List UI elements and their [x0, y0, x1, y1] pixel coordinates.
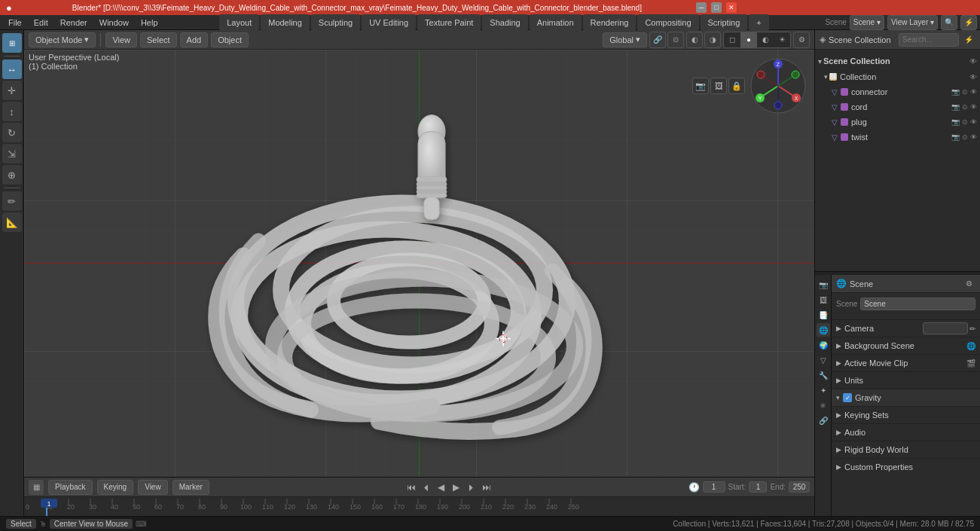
center-view-status[interactable]: Center View to Mouse	[50, 519, 133, 529]
outliner-search-input[interactable]	[899, 33, 959, 47]
scene-collection-eye[interactable]: 👁	[969, 57, 977, 66]
select-menu[interactable]: Select	[140, 32, 177, 47]
outliner-item-plug[interactable]: ▽ plug 📷 ⊙ 👁	[815, 114, 980, 130]
play-btn[interactable]: ▶	[450, 481, 463, 494]
bg-scene-value[interactable]: 🌐	[966, 341, 975, 350]
prop-tab-particles[interactable]: ✦	[817, 383, 830, 397]
object-mode-selector[interactable]: Object Mode ▾	[29, 32, 96, 47]
outliner-item-cord[interactable]: ▽ cord 📷 ⊙ 👁	[815, 99, 980, 114]
plug-eye-icon[interactable]: 👁	[970, 118, 977, 126]
xray-btn[interactable]: ◑	[704, 32, 721, 48]
outliner-item-connector[interactable]: ▽ connector 📷 ⊙ 👁	[815, 84, 980, 99]
rigid-body-header[interactable]: ▶ Rigid Body World	[832, 441, 980, 458]
menu-help[interactable]: Help	[136, 17, 163, 29]
gravity-header[interactable]: ▾ ✓ Gravity	[832, 389, 980, 406]
render-border-btn[interactable]: 🖼	[710, 78, 727, 94]
annotate-tool-btn[interactable]: ✏	[2, 191, 22, 211]
outliner-filter-btn[interactable]: ⚡	[962, 33, 975, 47]
material-mode-btn[interactable]: ◐	[757, 32, 774, 47]
step-forward-btn[interactable]: ⏵	[465, 481, 478, 494]
jump-start-btn[interactable]: ⏮	[405, 481, 418, 494]
movie-clip-header[interactable]: ▶ Active Movie Clip 🎬	[832, 355, 980, 371]
filter-btn[interactable]: ⚡	[960, 15, 977, 30]
navigation-gizmo[interactable]: Z X Y	[748, 56, 808, 116]
playback-menu[interactable]: Playback	[48, 480, 93, 495]
prop-tab-output[interactable]: 🖼	[817, 293, 830, 307]
camera-section-header[interactable]: ▶ Camera ✏	[832, 320, 980, 337]
cord-camera-icon[interactable]: 📷	[951, 103, 960, 111]
solid-mode-btn[interactable]: ●	[740, 32, 757, 47]
add-menu[interactable]: Add	[180, 32, 209, 47]
gravity-checkbox[interactable]: ✓	[843, 393, 852, 402]
scale-tool-btn[interactable]: ⇲	[2, 144, 22, 163]
close-button[interactable]: ✕	[726, 2, 737, 13]
viewport-settings-btn[interactable]: ⚙	[793, 32, 810, 48]
tab-uv-editing[interactable]: UV Editing	[362, 14, 416, 31]
tab-scripting[interactable]: Scripting	[701, 14, 748, 31]
outliner-item-collection[interactable]: ▾ ⬜ Collection 👁	[815, 69, 980, 84]
proportional-btn[interactable]: ⊙	[667, 32, 684, 48]
tab-rendering[interactable]: Rendering	[583, 14, 637, 31]
timeline-track[interactable]: 0 10 20 30 40 50	[24, 497, 814, 516]
jump-end-btn[interactable]: ⏭	[480, 481, 493, 494]
custom-props-header[interactable]: ▶ Custom Properties	[832, 459, 980, 475]
camera-view-btn[interactable]: 📷	[692, 78, 709, 94]
menu-file[interactable]: File	[3, 17, 27, 29]
view-menu-timeline[interactable]: View	[138, 480, 168, 495]
twist-camera-icon[interactable]: 📷	[951, 133, 960, 141]
prop-tab-physics[interactable]: ⚛	[817, 398, 830, 412]
scene-name-input[interactable]: Scene	[860, 298, 975, 310]
camera-select-icon[interactable]: ✏	[969, 325, 975, 333]
properties-settings-btn[interactable]: ⚙	[962, 277, 975, 291]
play-back-btn[interactable]: ◀	[435, 481, 448, 494]
rendered-mode-btn[interactable]: ☀	[774, 32, 790, 47]
connector-eye-icon[interactable]: 👁	[970, 88, 977, 96]
tab-animation[interactable]: Animation	[530, 14, 582, 31]
twist-render-icon[interactable]: ⊙	[962, 133, 968, 141]
measure-tool-btn[interactable]: 📐	[2, 212, 22, 232]
minimize-button[interactable]: ─	[696, 2, 707, 13]
viewport-3d[interactable]: User Perspective (Local) (1) Collection …	[24, 50, 814, 477]
outliner-item-twist[interactable]: ▽ twist 📷 ⊙ 👁	[815, 130, 980, 145]
connector-render-icon[interactable]: ⊙	[962, 88, 968, 96]
cord-eye-icon[interactable]: 👁	[970, 103, 977, 111]
workspace-icon[interactable]: ⊞	[2, 33, 22, 53]
prop-tab-world[interactable]: 🌍	[817, 338, 830, 352]
scene-selector[interactable]: Scene ▾	[850, 15, 884, 30]
movie-clip-value[interactable]: 🎬	[966, 359, 975, 368]
marker-menu[interactable]: Marker	[172, 480, 209, 495]
outliner-scene-collection[interactable]: ▾ Scene Collection 👁	[815, 53, 980, 69]
keying-sets-header[interactable]: ▶ Keying Sets	[832, 407, 980, 423]
object-menu[interactable]: Object	[211, 32, 249, 47]
menu-render[interactable]: Render	[55, 17, 93, 29]
tab-layout[interactable]: Layout	[219, 14, 259, 31]
keying-menu[interactable]: Keying	[97, 480, 134, 495]
collection-eye-icon[interactable]: 👁	[969, 73, 977, 81]
tab-sculpting[interactable]: Sculpting	[311, 14, 360, 31]
viewport-lock-btn[interactable]: 🔒	[728, 78, 745, 94]
tab-add[interactable]: +	[749, 14, 768, 31]
maximize-button[interactable]: □	[711, 2, 722, 13]
step-back-btn[interactable]: ⏴	[420, 481, 433, 494]
menu-window[interactable]: Window	[94, 17, 134, 29]
transform-tool-btn[interactable]: ⊕	[2, 165, 22, 185]
timeline-mode-btn[interactable]: ▦	[29, 480, 44, 495]
twist-eye-icon[interactable]: 👁	[970, 133, 977, 141]
camera-value[interactable]	[923, 322, 968, 334]
select-tool-btn[interactable]: ↔	[2, 60, 22, 79]
tab-shading[interactable]: Shading	[482, 14, 527, 31]
tab-compositing[interactable]: Compositing	[637, 14, 698, 31]
plug-render-icon[interactable]: ⊙	[962, 118, 968, 126]
tab-modeling[interactable]: Modeling	[261, 14, 310, 31]
audio-header[interactable]: ▶ Audio	[832, 424, 980, 441]
move-tool-btn[interactable]: ↕	[2, 102, 22, 121]
current-frame-input[interactable]: 1	[703, 481, 725, 493]
transform-orientation[interactable]: Global ▾	[603, 32, 647, 47]
connector-camera-icon[interactable]: 📷	[951, 88, 960, 96]
view-layer-selector[interactable]: View Layer ▾	[887, 15, 938, 30]
prop-tab-render[interactable]: 📷	[817, 278, 830, 291]
prop-tab-view-layer[interactable]: 📑	[817, 308, 830, 322]
tab-texture-paint[interactable]: Texture Paint	[417, 14, 481, 31]
cord-render-icon[interactable]: ⊙	[962, 103, 968, 111]
units-header[interactable]: ▶ Units	[832, 372, 980, 389]
